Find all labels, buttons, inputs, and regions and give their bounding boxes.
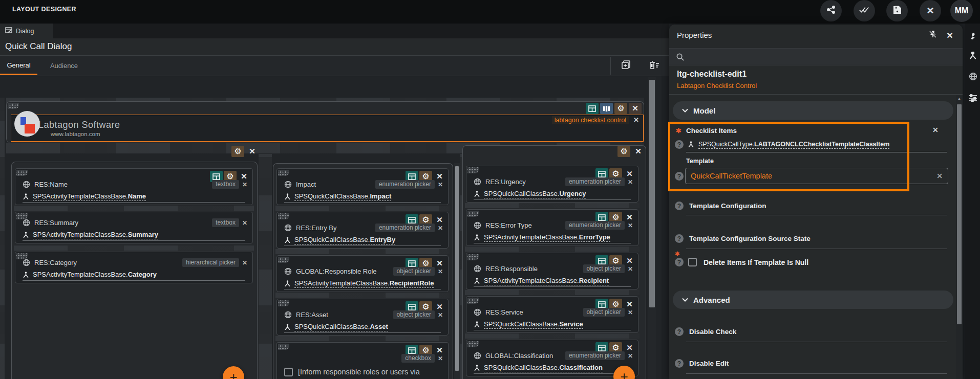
control-binding[interactable]: SPSActivityTemplateClassBase.Category (33, 271, 157, 279)
drag-handle[interactable] (467, 211, 479, 217)
remove-type-icon[interactable]: ✕ (438, 225, 443, 232)
column-section-left[interactable]: ⚙ ✕ RES:Name textbox✕ SPSActivityTemplat… (11, 162, 258, 379)
template-input[interactable]: QuickCallTicketTemplate ✕ (685, 168, 948, 184)
help-icon[interactable]: ? (675, 234, 684, 243)
middle-column-scrollbar[interactable] (454, 163, 460, 379)
remove-type-icon[interactable]: ✕ (438, 355, 443, 362)
close-icon[interactable]: ✕ (246, 146, 259, 157)
delete-list-button[interactable] (648, 60, 661, 72)
tab-audience[interactable]: Audience (37, 56, 91, 75)
scroll-up-arrow[interactable]: ▲ (957, 96, 962, 101)
drag-handle[interactable] (467, 298, 479, 304)
remove-type-icon[interactable]: ✕ (438, 311, 443, 319)
control-binding[interactable]: SPSActivityTemplateClassBase.Name (33, 192, 146, 201)
control-binding[interactable]: SPSQuickCallClassBase.Classification (484, 364, 603, 372)
disable-check-field[interactable]: ? Disable Check (675, 327, 736, 336)
remove-type-icon[interactable]: ✕ (628, 179, 633, 186)
save-button[interactable] (886, 0, 908, 21)
control-binding[interactable]: SPSActivityTemplateClassBase.Summary (33, 231, 158, 239)
drag-handle[interactable] (467, 341, 479, 347)
close-icon[interactable]: ✕ (633, 116, 639, 124)
drag-handle[interactable] (467, 167, 479, 173)
canvas-control-res-name[interactable]: ⚙ ✕ RES:Name textbox✕ SPSActivityTemplat… (15, 168, 253, 205)
canvas-control-res-urgency[interactable]: ⚙ ✕ RES:Urgency enumeration picker✕ SPSQ… (466, 166, 638, 203)
help-icon[interactable]: ? (675, 327, 684, 336)
clear-binding-icon[interactable]: ✕ (932, 126, 939, 134)
control-binding[interactable]: SPSActivityTemplateClassBase.ErrorType (484, 233, 610, 242)
sliders-icon[interactable] (967, 92, 978, 103)
hierarchy-icon[interactable] (967, 50, 978, 61)
property-search[interactable] (669, 48, 963, 65)
remove-type-icon[interactable]: ✕ (438, 181, 443, 188)
control-binding[interactable]: SPSQuickCallClassBase.Asset (294, 323, 388, 331)
gear-icon[interactable]: ⚙ (614, 103, 627, 114)
drag-handle[interactable] (278, 300, 289, 306)
remove-type-icon[interactable]: ✕ (628, 309, 633, 316)
add-copy-button[interactable] (620, 60, 632, 72)
canvas-control-res-responsible[interactable]: ⚙ ✕ RES:Responsible object picker✕ SPSAc… (466, 253, 638, 289)
help-icon[interactable]: ? (675, 359, 684, 368)
drag-handle[interactable] (278, 344, 289, 350)
share-button[interactable] (820, 0, 842, 21)
control-binding[interactable]: SPSQuickCallClassBase.Urgency (484, 190, 586, 198)
gear-icon[interactable]: ⚙ (231, 146, 244, 157)
disable-edit-field[interactable]: ? Disable Edit (675, 359, 729, 368)
help-icon[interactable]: ? (675, 140, 684, 149)
control-binding[interactable]: SPSQuickCallClassBase.Service (484, 320, 583, 329)
remove-type-icon[interactable]: ✕ (628, 265, 633, 273)
help-icon[interactable]: ? (675, 258, 684, 266)
checklist-items-binding[interactable]: ? SPSQuickCallType.LABTAGONCLCChecklistT… (675, 140, 889, 149)
section-advanced[interactable]: Advanced (673, 291, 953, 309)
remove-type-icon[interactable]: ✕ (242, 219, 247, 227)
canvas-control-global-responsible-role[interactable]: ⚙ ✕ GLOBAL:Responsible Role object picke… (276, 255, 449, 292)
drag-handle[interactable] (278, 257, 289, 263)
canvas-control-checkbox[interactable]: ⚙ ✕ checkbox✕ [Inform responsible roles … (276, 342, 449, 379)
drag-handle[interactable] (8, 103, 19, 109)
close-window-button[interactable]: ✕ (920, 0, 941, 21)
template-configuration-field[interactable]: ? Template Configuration (675, 202, 766, 210)
canvas-control-res-category[interactable]: RES:Category hierarchical picker✕ SPSAct… (15, 252, 253, 283)
validate-button[interactable] (854, 0, 875, 21)
remove-type-icon[interactable]: ✕ (242, 181, 247, 188)
canvas-scrollbar[interactable] (648, 77, 656, 379)
columns-icon[interactable] (600, 103, 613, 114)
canvas-control-res-error-type[interactable]: ⚙ ✕ RES:Error Type enumeration picker✕ S… (466, 209, 638, 246)
globe-icon[interactable] (967, 71, 978, 82)
canvas-control-res-asset[interactable]: ⚙ ✕ RES:Asset object picker✕ SPSQuickCal… (276, 299, 449, 336)
close-panel-button[interactable]: ✕ (944, 30, 956, 41)
remove-type-icon[interactable]: ✕ (438, 268, 443, 275)
clear-input-icon[interactable]: ✕ (936, 172, 943, 180)
canvas-control-impact[interactable]: ⚙ ✕ Impact enumeration picker✕ SPSQuickC… (276, 168, 449, 205)
drag-handle[interactable] (467, 254, 479, 260)
user-avatar[interactable]: MM (950, 0, 973, 22)
drag-handle[interactable] (278, 213, 289, 219)
close-icon[interactable]: ✕ (632, 146, 645, 157)
remove-type-icon[interactable]: ✕ (242, 259, 247, 266)
canvas-control-res-entry-by[interactable]: ⚙ ✕ RES:Entry By enumeration picker✕ SPS… (276, 212, 449, 249)
inform-checkbox[interactable] (284, 368, 293, 376)
drag-handle[interactable] (16, 170, 28, 176)
control-binding[interactable]: SPSQuickCallClassBase.EntryBy (294, 236, 395, 244)
close-icon[interactable]: ✕ (629, 103, 642, 114)
canvas-control-res-service[interactable]: ⚙ ✕ RES:Service object picker✕ SPSQuickC… (466, 296, 638, 333)
dialog-tab[interactable]: Dialog (0, 24, 53, 38)
tab-general[interactable]: General (0, 56, 37, 75)
column-section-right[interactable]: ⚙ ✕ RES:Urgency enumeration picker✕ SPSQ… (462, 145, 646, 379)
wrench-icon[interactable] (967, 31, 978, 42)
unpin-button[interactable] (927, 30, 939, 41)
design-canvas[interactable]: ⚙ ✕ Labtagon Software www.labtagon.com l… (0, 76, 662, 379)
section-model[interactable]: Model (673, 101, 953, 120)
delete-items-checkbox[interactable] (688, 258, 697, 266)
remove-type-icon[interactable]: ✕ (628, 352, 633, 360)
labtagon-header-control[interactable]: Labtagon Software www.labtagon.com labta… (11, 115, 644, 142)
column-section-middle[interactable]: ⚙ ✕ Impact enumeration picker✕ SPSQuickC… (273, 163, 453, 379)
table-icon[interactable] (586, 103, 599, 114)
remove-type-icon[interactable]: ✕ (628, 222, 633, 229)
panel-scrollbar[interactable]: ▲ (956, 95, 963, 379)
template-configuration-source-state-field[interactable]: ? Template Configuration Source State (675, 234, 811, 243)
gear-icon[interactable]: ⚙ (617, 146, 630, 157)
control-binding[interactable]: SPSQuickCallClassBase.Impact (294, 192, 391, 201)
help-icon[interactable]: ? (675, 202, 684, 210)
header-section[interactable]: ⚙ ✕ Labtagon Software www.labtagon.com l… (6, 101, 644, 143)
drag-handle[interactable] (278, 170, 289, 176)
